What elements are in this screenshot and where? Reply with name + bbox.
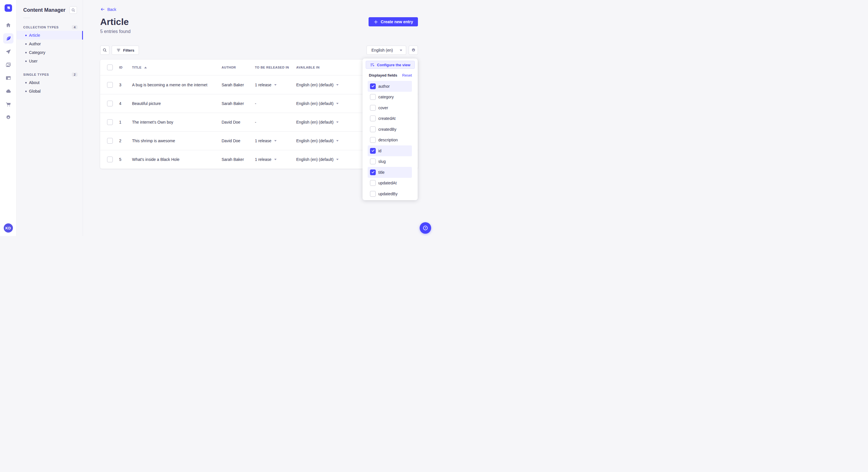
locale-select[interactable]: English (en) xyxy=(367,45,406,55)
cell-available-in[interactable]: English (en) (default) xyxy=(296,138,339,143)
bullet-dot-icon xyxy=(25,91,27,92)
displayed-fields-header: Displayed fields Reset xyxy=(369,73,412,77)
cell-to-be-released-in: - xyxy=(255,120,256,125)
reset-link[interactable]: Reset xyxy=(402,73,412,77)
cell-id: 5 xyxy=(119,157,121,162)
create-entry-button[interactable]: Create new entry xyxy=(369,17,418,26)
cell-available-in[interactable]: English (en) (default) xyxy=(296,157,339,162)
field-toggle-title[interactable]: title xyxy=(368,167,412,178)
column-header-available-in[interactable]: AVAILABLE IN xyxy=(296,66,319,69)
user-avatar[interactable]: KD xyxy=(4,224,13,233)
field-toggle-createdby[interactable]: createdBy xyxy=(368,124,412,135)
rail-item-media-library[interactable] xyxy=(3,60,13,70)
checkbox-unchecked-icon[interactable] xyxy=(370,137,376,143)
checkbox-unchecked-icon[interactable] xyxy=(370,94,376,100)
rail-item-marketplace[interactable] xyxy=(3,99,13,109)
rail-item-settings[interactable] xyxy=(3,112,13,123)
column-header-id[interactable]: ID xyxy=(119,66,123,69)
arrow-left-icon xyxy=(100,7,105,12)
layout-icon xyxy=(5,75,11,81)
chevron-down-icon xyxy=(336,159,339,160)
help-button[interactable]: ? xyxy=(420,222,431,234)
rail-icon-list xyxy=(0,20,17,123)
checkbox-checked-icon[interactable] xyxy=(370,169,376,175)
sidebar-item-article[interactable]: Article xyxy=(17,31,83,40)
sidebar-item-label: Category xyxy=(29,50,45,55)
row-checkbox[interactable] xyxy=(107,82,113,88)
sidebar-item-category[interactable]: Category xyxy=(17,48,83,57)
bullet-dot-icon xyxy=(25,61,27,62)
cell-to-be-released-in[interactable]: 1 release xyxy=(255,138,277,143)
question-mark-icon: ? xyxy=(422,225,429,231)
cell-to-be-released-in[interactable]: 1 release xyxy=(255,157,277,162)
field-toggle-cover[interactable]: cover xyxy=(368,102,412,113)
field-toggle-description[interactable]: description xyxy=(368,135,412,146)
rail-item-content-type-builder[interactable] xyxy=(3,73,13,83)
bullet-dot-icon xyxy=(25,82,27,83)
strapi-logo[interactable] xyxy=(5,4,12,12)
checkbox-unchecked-icon[interactable] xyxy=(370,127,376,132)
field-toggle-id[interactable]: id xyxy=(368,145,412,156)
rail-item-releases[interactable] xyxy=(3,46,13,57)
checkbox-unchecked-icon[interactable] xyxy=(370,180,376,186)
cell-author: David Doe xyxy=(222,138,240,143)
rail-item-deploy[interactable] xyxy=(3,86,13,96)
field-toggle-slug[interactable]: slug xyxy=(368,156,412,167)
field-label: author xyxy=(378,84,390,89)
list-toolbar: Filters English (en) xyxy=(100,45,418,55)
field-label: cover xyxy=(378,105,388,110)
field-toggle-createdat[interactable]: createdAt xyxy=(368,113,412,124)
row-checkbox[interactable] xyxy=(107,138,113,144)
content-manager-feather-icon xyxy=(5,36,11,41)
cell-available-in[interactable]: English (en) (default) xyxy=(296,82,339,87)
cell-title: What's inside a Black Hole xyxy=(132,157,179,162)
view-settings-button[interactable] xyxy=(409,45,418,55)
filter-icon xyxy=(116,48,121,53)
search-icon xyxy=(102,48,107,53)
configure-view-popover: Configure the view Displayed fields Rese… xyxy=(363,59,417,200)
sidebar-item-list: AboutGlobal xyxy=(17,78,83,96)
sidebar-item-user[interactable]: User xyxy=(17,57,83,65)
sidebar-section-count-badge: 2 xyxy=(72,72,78,76)
sidebar-section-count-badge: 4 xyxy=(72,25,78,29)
checkbox-checked-icon[interactable] xyxy=(370,83,376,89)
checkbox-unchecked-icon[interactable] xyxy=(370,115,376,121)
table-search-button[interactable] xyxy=(100,45,110,55)
column-header-to-be-released-in[interactable]: TO BE RELEASED IN xyxy=(255,66,289,69)
rail-item-content-manager[interactable] xyxy=(3,33,13,43)
row-checkbox[interactable] xyxy=(107,157,113,162)
sidebar-section-label: SINGLE TYPES xyxy=(23,73,49,76)
field-toggle-author[interactable]: author xyxy=(368,81,412,92)
field-toggle-updatedat[interactable]: updatedAt xyxy=(368,178,412,189)
checkbox-checked-icon[interactable] xyxy=(370,148,376,154)
checkbox-unchecked-icon[interactable] xyxy=(370,105,376,111)
cell-author: Sarah Baker xyxy=(222,157,244,162)
field-toggle-updatedby[interactable]: updatedBy xyxy=(368,189,412,199)
column-header-title[interactable]: TITLE xyxy=(132,66,147,69)
field-toggle-category[interactable]: category xyxy=(368,92,412,103)
cell-available-in[interactable]: English (en) (default) xyxy=(296,120,339,125)
cell-to-be-released-in[interactable]: 1 release xyxy=(255,82,277,87)
rail-item-home[interactable] xyxy=(3,20,13,30)
back-link[interactable]: Back xyxy=(100,7,116,12)
row-checkbox[interactable] xyxy=(107,101,113,106)
cell-title: This shrimp is awesome xyxy=(132,138,175,143)
checkbox-unchecked-icon[interactable] xyxy=(370,159,376,164)
row-checkbox[interactable] xyxy=(107,119,113,125)
configure-view-button[interactable]: Configure the view xyxy=(366,61,415,69)
cell-available-in[interactable]: English (en) (default) xyxy=(296,101,339,106)
toolbar-right: English (en) xyxy=(367,45,418,55)
checkbox-unchecked-icon[interactable] xyxy=(370,191,376,197)
back-label: Back xyxy=(107,7,116,12)
filters-button[interactable]: Filters xyxy=(112,45,139,55)
cell-id: 2 xyxy=(119,138,121,143)
select-all-checkbox[interactable] xyxy=(107,65,113,70)
column-header-author[interactable]: AUTHOR xyxy=(222,66,236,69)
list-settings-icon xyxy=(370,63,375,67)
sidebar-item-list: ArticleAuthorCategoryUser xyxy=(17,31,83,65)
sidebar-item-global[interactable]: Global xyxy=(17,87,83,96)
field-label: createdAt xyxy=(378,116,396,121)
sidebar-search-button[interactable] xyxy=(69,6,77,14)
sidebar-item-about[interactable]: About xyxy=(17,78,83,87)
sidebar-item-author[interactable]: Author xyxy=(17,40,83,48)
